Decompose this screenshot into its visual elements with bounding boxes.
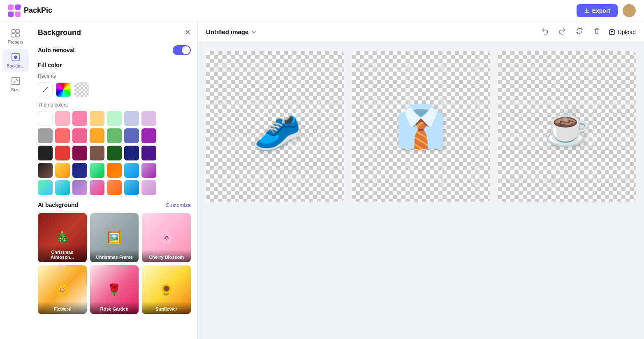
svg-rect-0 xyxy=(8,5,14,10)
color-grad-cyan[interactable] xyxy=(55,180,70,195)
image-card-02[interactable]: 👔 02 xyxy=(352,51,490,202)
ai-bg-flowers3[interactable]: 🌻 Sunflower xyxy=(142,265,191,314)
auto-removal-label: Auto removal xyxy=(38,47,74,53)
sidebar-item-presets[interactable]: Presets xyxy=(2,26,29,48)
color-deep-purple[interactable] xyxy=(141,146,156,160)
color-light-green[interactable] xyxy=(107,111,122,126)
color-grad-orange[interactable] xyxy=(107,163,122,178)
image-canvas-01: 👟 xyxy=(206,51,344,202)
color-navy[interactable] xyxy=(124,146,139,160)
app-logo: PackPic xyxy=(8,5,52,17)
color-gray[interactable] xyxy=(38,128,53,143)
ai-bg-label-cherry: Cherry Blossom xyxy=(142,250,191,262)
color-grad-blue[interactable] xyxy=(124,163,139,178)
canvas-actions-group: Upload xyxy=(540,26,636,38)
color-grad-gold[interactable] xyxy=(55,163,70,178)
sidebar-item-size[interactable]: Size xyxy=(2,73,29,95)
color-red[interactable] xyxy=(55,146,70,160)
color-dark[interactable] xyxy=(38,146,53,160)
color-orange[interactable] xyxy=(90,128,104,143)
canvas-toolbar: Untitled image xyxy=(198,21,644,43)
recents-label: Recents xyxy=(38,73,191,79)
ai-bg-flowers2[interactable]: 🌹 Rose Garden xyxy=(90,265,139,314)
color-purple[interactable] xyxy=(141,128,156,143)
product-coffee: ☕ xyxy=(544,105,590,148)
svg-rect-10 xyxy=(12,77,19,85)
logo-icon xyxy=(8,5,21,17)
fill-color-section: Fill color Recents Theme colors xyxy=(38,62,191,195)
color-peach[interactable] xyxy=(90,111,104,126)
undo-button[interactable] xyxy=(540,26,550,38)
svg-rect-5 xyxy=(16,30,19,33)
app-header: PackPic Export xyxy=(0,0,644,21)
image-grid: 👟 01 👔 02 ☕ 03 xyxy=(206,51,636,202)
presets-icon xyxy=(11,29,20,38)
color-grad-purple[interactable] xyxy=(141,163,156,178)
svg-rect-4 xyxy=(12,30,15,33)
toggle-knob xyxy=(182,46,190,54)
color-periwinkle[interactable] xyxy=(124,111,139,126)
panel-title: Background xyxy=(38,28,81,37)
color-rose[interactable] xyxy=(72,128,87,143)
ai-bg-label-flowers3: Sunflower xyxy=(142,302,191,314)
sidebar-icons: Presets Backgr... Size xyxy=(0,21,31,339)
close-panel-button[interactable]: ✕ xyxy=(185,28,191,37)
image-card-03[interactable]: ☕ 03 xyxy=(498,51,636,202)
auto-removal-section: Auto removal xyxy=(38,45,191,55)
color-lavender[interactable] xyxy=(141,111,156,126)
export-button[interactable]: Export xyxy=(577,4,618,17)
canvas-title-text: Untitled image xyxy=(206,28,248,35)
ai-bg-label-christmas-atmos: Christmas Atmosph... xyxy=(38,245,87,262)
color-white[interactable] xyxy=(38,111,53,126)
download-icon xyxy=(584,8,590,14)
color-grad-green[interactable] xyxy=(90,163,104,178)
product-sneaker: 👟 xyxy=(244,96,306,156)
upload-icon xyxy=(609,29,615,35)
multicolor-swatch[interactable] xyxy=(56,82,71,97)
svg-rect-2 xyxy=(15,12,21,17)
color-salmon[interactable] xyxy=(55,128,70,143)
svg-rect-1 xyxy=(15,5,21,10)
ai-bg-christmas-atmos[interactable]: 🎄 Christmas Atmosph... xyxy=(38,213,87,262)
ai-bg-label-flowers2: Rose Garden xyxy=(90,302,139,314)
redo-button[interactable] xyxy=(557,26,568,38)
ai-bg-christmas-frame[interactable]: 🖼️ Christmas Frame xyxy=(90,213,139,262)
color-grad-coral[interactable] xyxy=(107,180,122,195)
main-layout: Presets Backgr... Size Background ✕ Auto… xyxy=(0,21,644,339)
color-indigo[interactable] xyxy=(124,128,139,143)
user-avatar[interactable] xyxy=(623,4,636,17)
ai-background-section: AI background Customize 🎄 Christmas Atmo… xyxy=(38,202,191,314)
eyedropper-tool[interactable] xyxy=(38,82,53,97)
color-grad-sky[interactable] xyxy=(124,180,139,195)
ai-bg-grid: 🎄 Christmas Atmosph... 🖼️ Christmas Fram… xyxy=(38,213,191,314)
color-maroon[interactable] xyxy=(72,146,87,160)
upload-button[interactable]: Upload xyxy=(609,29,636,35)
auto-removal-toggle[interactable] xyxy=(173,45,191,55)
ai-bg-flowers1[interactable]: 🌼 Flowers xyxy=(38,265,87,314)
color-dark-green[interactable] xyxy=(107,146,122,160)
size-icon xyxy=(11,77,20,86)
color-brown[interactable] xyxy=(90,146,104,160)
ai-bg-cherry-blossom[interactable]: 🌸 Cherry Blossom xyxy=(142,213,191,262)
transparent-swatch[interactable] xyxy=(74,82,89,97)
color-green[interactable] xyxy=(107,128,122,143)
theme-colors-label: Theme colors xyxy=(38,102,191,108)
sidebar-item-background[interactable]: Backgr... xyxy=(2,49,29,72)
refresh-button[interactable] xyxy=(574,26,585,38)
color-grad-navy[interactable] xyxy=(72,163,87,178)
color-grad-violet[interactable] xyxy=(72,180,87,195)
delete-button[interactable] xyxy=(591,26,602,38)
svg-rect-3 xyxy=(8,12,14,17)
customize-link[interactable]: Customize xyxy=(166,202,191,208)
canvas-title-section[interactable]: Untitled image xyxy=(206,28,257,35)
color-grad-teal[interactable] xyxy=(38,180,53,195)
color-pink[interactable] xyxy=(72,111,87,126)
color-grad-dark-brown[interactable] xyxy=(38,163,53,178)
color-grad-pink-purple[interactable] xyxy=(90,180,104,195)
svg-point-9 xyxy=(14,56,17,59)
color-light-pink[interactable] xyxy=(55,111,70,126)
background-panel: Background ✕ Auto removal Fill color Rec… xyxy=(31,21,198,339)
product-shirt: 👔 xyxy=(395,102,447,151)
image-card-01[interactable]: 👟 01 xyxy=(206,51,344,202)
color-grad-soft-purple[interactable] xyxy=(141,180,156,195)
